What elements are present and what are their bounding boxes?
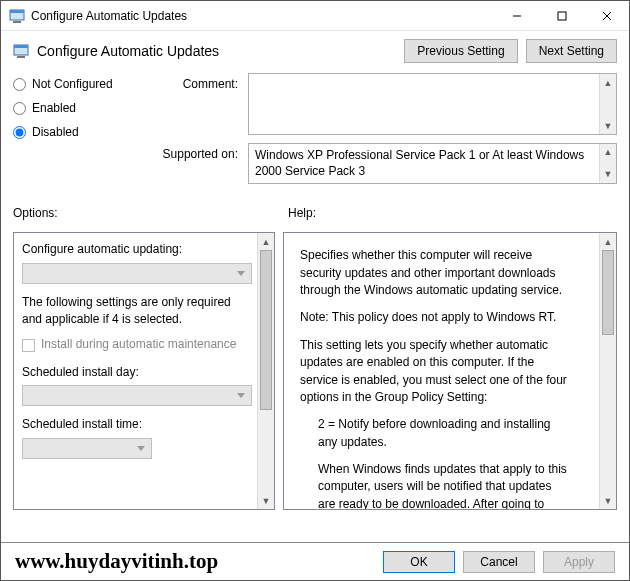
ok-button[interactable]: OK (383, 551, 455, 573)
scroll-down-icon[interactable]: ▼ (258, 492, 274, 509)
scheduled-day-combo[interactable] (22, 385, 252, 406)
cancel-button[interactable]: Cancel (463, 551, 535, 573)
policy-icon (13, 43, 29, 59)
supported-label: Supported on: (153, 143, 248, 184)
state-radios: Not Configured Enabled Disabled (13, 73, 143, 192)
help-text: This setting lets you specify whether au… (300, 337, 570, 407)
help-text: Note: This policy does not apply to Wind… (300, 309, 570, 326)
svg-rect-8 (14, 45, 28, 48)
svg-rect-4 (558, 12, 566, 20)
titlebar: Configure Automatic Updates (1, 1, 629, 31)
options-panel: Configure automatic updating: The follow… (13, 232, 275, 510)
page-title: Configure Automatic Updates (37, 43, 219, 59)
previous-setting-button[interactable]: Previous Setting (404, 39, 517, 63)
install-maintenance-checkbox[interactable]: Install during automatic maintenance (22, 336, 250, 353)
scheduled-time-combo[interactable] (22, 438, 152, 459)
options-scrollbar[interactable]: ▲ ▼ (257, 233, 274, 509)
scroll-up-icon[interactable]: ▲ (600, 233, 616, 250)
required-note: The following settings are only required… (22, 294, 250, 329)
configure-updating-combo[interactable] (22, 263, 252, 284)
help-panel: Specifies whether this computer will rec… (283, 232, 617, 510)
supported-field: Windows XP Professional Service Pack 1 o… (248, 143, 617, 184)
help-text: Specifies whether this computer will rec… (300, 247, 570, 299)
svg-rect-9 (17, 56, 25, 58)
checkbox-icon (22, 339, 35, 352)
watermark: www.huydayvitinh.top (15, 549, 218, 574)
radio-not-configured[interactable]: Not Configured (13, 77, 143, 91)
scroll-thumb[interactable] (602, 250, 614, 335)
comment-scrollbar[interactable]: ▲▼ (599, 74, 616, 134)
apply-button[interactable]: Apply (543, 551, 615, 573)
minimize-button[interactable] (494, 1, 539, 30)
scheduled-day-label: Scheduled install day: (22, 364, 250, 381)
help-text: When Windows finds updates that apply to… (300, 461, 570, 509)
footer: www.huydayvitinh.top OK Cancel Apply (1, 542, 629, 580)
supported-scrollbar[interactable]: ▲▼ (599, 144, 616, 183)
help-scrollbar[interactable]: ▲ ▼ (599, 233, 616, 509)
help-label: Help: (288, 206, 316, 220)
svg-rect-2 (13, 21, 21, 23)
window-title: Configure Automatic Updates (31, 9, 187, 23)
comment-label: Comment: (153, 73, 248, 135)
configure-updating-label: Configure automatic updating: (22, 241, 250, 258)
close-button[interactable] (584, 1, 629, 30)
options-label: Options: (13, 206, 288, 220)
radio-enabled[interactable]: Enabled (13, 101, 143, 115)
radio-disabled[interactable]: Disabled (13, 125, 143, 139)
comment-field[interactable]: ▲▼ (248, 73, 617, 135)
scroll-down-icon[interactable]: ▼ (600, 492, 616, 509)
header: Configure Automatic Updates Previous Set… (1, 31, 629, 73)
scroll-up-icon[interactable]: ▲ (258, 233, 274, 250)
app-icon (9, 8, 25, 24)
scroll-thumb[interactable] (260, 250, 272, 410)
scheduled-time-label: Scheduled install time: (22, 416, 250, 433)
maximize-button[interactable] (539, 1, 584, 30)
help-text: 2 = Notify before downloading and instal… (300, 416, 570, 451)
svg-rect-1 (10, 10, 24, 13)
next-setting-button[interactable]: Next Setting (526, 39, 617, 63)
